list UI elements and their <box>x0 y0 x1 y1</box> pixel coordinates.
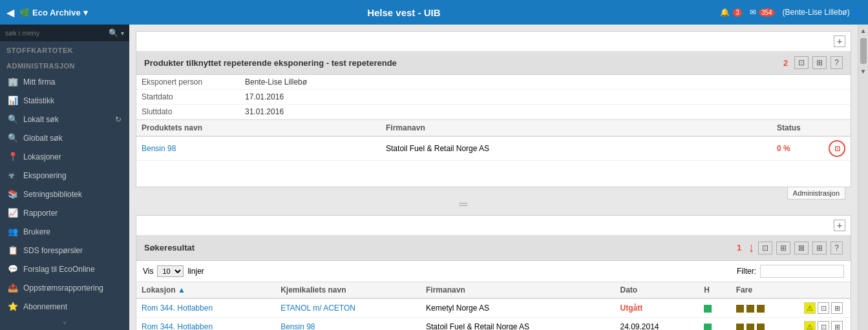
col-firmanavn[interactable]: Firmanavn <box>381 120 772 137</box>
chemical-link[interactable]: Bensin 98 <box>281 322 315 330</box>
col-lokasjon[interactable]: Lokasjon ▲ <box>136 282 275 299</box>
topbar-logo[interactable]: 🌿 Eco Archive ▾ <box>19 8 88 17</box>
sidebar-item-lokalt-sok[interactable]: 🔍 Lokalt søk ↻ <box>0 110 129 129</box>
messages[interactable]: ✉ 354 <box>750 8 775 17</box>
sidebar-item-label: Setningsbibliotek <box>23 190 82 199</box>
sidebar-search[interactable]: 🔍 ▾ <box>0 25 129 41</box>
panel2-action-window[interactable]: ⊡ <box>758 242 772 254</box>
sidebar-item-eksponering[interactable]: ☣ Eksponering <box>0 166 129 185</box>
col-dato[interactable]: Dato <box>615 282 699 299</box>
search-input[interactable] <box>5 29 106 37</box>
panel1-add-button[interactable]: + <box>834 36 845 47</box>
panel1-action-window[interactable]: ⊡ <box>794 56 809 69</box>
panel2-action-help[interactable]: ? <box>831 242 843 254</box>
sidebar-item-sds[interactable]: 📋 SDS forespørsler <box>0 241 129 260</box>
panel2-action-export2[interactable]: ⊞ <box>812 242 827 254</box>
sidebar-item-mitt-firma[interactable]: 🏢 Mitt firma <box>0 72 129 91</box>
row-actions: ⚠ ⊡ ⊞ <box>799 298 851 318</box>
col-fare[interactable]: Fare <box>731 282 799 299</box>
panel1-empty-space <box>136 161 851 187</box>
collapse-icon[interactable]: ◀ <box>6 6 14 19</box>
location-cell[interactable]: Rom 344. Hotlabben <box>136 318 275 331</box>
search-global-icon: 🔍 <box>8 133 18 143</box>
admin-circle-button[interactable]: ⊡ <box>829 140 845 157</box>
col-firmanavn2[interactable]: Firmanavn <box>421 282 615 299</box>
user-info[interactable]: (Bente-Lise Lillebø) 👤 <box>783 8 862 17</box>
panel2-top: + <box>136 216 851 235</box>
action-icons-row1: ⚠ ⊡ ⊞ <box>804 302 845 314</box>
sidebar-item-label: Abonnement <box>23 302 67 311</box>
info-value: 31.01.2016 <box>240 105 851 119</box>
box-icon-1[interactable]: ⊡ <box>818 321 829 330</box>
sidebar-scroll-down[interactable]: ▾ <box>0 316 129 330</box>
panel1-data-table: Produktets navn Firmanavn Status Bensin … <box>136 119 851 161</box>
box-icon-2[interactable]: ⊞ <box>831 321 843 330</box>
sidebar-item-oppstromsrapportering[interactable]: 📤 Oppstrømsrapportering <box>0 278 129 297</box>
location-link[interactable]: Rom 344. Hotlabben <box>142 304 213 313</box>
col-actions <box>799 282 851 299</box>
sidebar-item-abonnement[interactable]: ⭐ Abonnement <box>0 297 129 316</box>
chemical-cell[interactable]: Bensin 98 <box>275 318 421 331</box>
report-icon: 📈 <box>8 208 18 218</box>
location-link[interactable]: Rom 344. Hotlabben <box>142 322 213 330</box>
hazard-icon: ☣ <box>8 170 18 180</box>
panel1-header: Produkter tilknyttet repeterende ekspone… <box>136 51 851 75</box>
company-cell: Statoil Fuel & Retail Norge AS <box>421 318 615 331</box>
linjer-label: linjer <box>187 267 204 276</box>
user-icon: 👤 <box>852 8 862 17</box>
vis-select[interactable]: 10 25 50 <box>157 265 184 277</box>
col-h[interactable]: H <box>699 282 730 299</box>
warning-icon[interactable]: ⚠ <box>804 302 816 314</box>
col-produktets-navn[interactable]: Produktets navn <box>136 120 381 137</box>
refresh-icon[interactable]: ↻ <box>115 115 122 124</box>
panel-divider[interactable]: ═ <box>136 194 851 215</box>
company-cell: Kemetyl Norge AS <box>421 298 615 318</box>
col-kjemikaliets-navn[interactable]: Kjemikaliets navn <box>275 282 421 299</box>
sidebar-section-administrasjon: Administrasjon <box>0 57 129 72</box>
chemical-cell[interactable]: ETANOL m/ ACETON <box>275 298 421 318</box>
sidebar-item-setningsbibliotek[interactable]: 📚 Setningsbibliotek <box>0 185 129 203</box>
suggest-icon: 💬 <box>8 264 18 274</box>
sidebar-item-globalt-sok[interactable]: 🔍 Globalt søk <box>0 129 129 147</box>
sidebar-item-lokasjoner[interactable]: 📍 Lokasjoner <box>0 147 129 166</box>
location-cell[interactable]: Rom 344. Hotlabben <box>136 298 275 318</box>
panel1-info-table: Eksponert person Bente-Lise Lillebø Star… <box>136 75 851 119</box>
panel2-action-excel[interactable]: ⊠ <box>794 242 809 254</box>
scroll-up-button[interactable]: ▲ <box>859 26 868 36</box>
logo-dropdown-icon[interactable]: ▾ <box>83 8 88 17</box>
topbar-right: 🔔 3 ✉ 354 (Bente-Lise Lillebø) 👤 <box>720 8 862 17</box>
panel2-action-pdf[interactable]: ⊞ <box>776 242 790 254</box>
scroll-down-button[interactable]: ▼ <box>859 67 868 76</box>
h-cell <box>699 318 730 331</box>
panel1-action-help[interactable]: ? <box>831 56 843 69</box>
product-link[interactable]: Bensin 98 <box>142 144 176 153</box>
filter-input[interactable] <box>760 265 844 278</box>
sidebar-item-rapporter[interactable]: 📈 Rapporter <box>0 203 129 222</box>
warning-icon[interactable]: ⚠ <box>804 321 816 330</box>
table-row: Startdato 17.01.2016 <box>136 90 851 105</box>
sidebar-item-label: Mitt firma <box>23 77 55 87</box>
scrollbar-thumb[interactable] <box>860 38 867 64</box>
col-status[interactable]: Status <box>772 120 823 137</box>
box-icon-2[interactable]: ⊞ <box>831 302 843 314</box>
info-label: Startdato <box>136 90 240 105</box>
fare-cell <box>731 318 799 331</box>
scrollbar: ▲ ▼ <box>858 25 868 330</box>
panel1-action-export[interactable]: ⊞ <box>812 56 827 69</box>
sidebar-item-statistikk[interactable]: 📊 Statistikk <box>0 91 129 110</box>
logo-leaf-icon: 🌿 <box>19 8 30 17</box>
table-row: Eksponert person Bente-Lise Lillebø <box>136 75 851 90</box>
topbar: ◀ 🌿 Eco Archive ▾ Helse vest - UIB 🔔 3 ✉… <box>0 0 868 25</box>
step2-label: 2 <box>783 58 788 68</box>
box-icon-1[interactable]: ⊡ <box>818 302 829 314</box>
bell-notification[interactable]: 🔔 3 <box>720 8 742 17</box>
chemical-link[interactable]: ETANOL m/ ACETON <box>281 304 355 313</box>
arrow-down-icon: ↓ <box>748 240 754 255</box>
sidebar-item-forslag[interactable]: 💬 Forslag til EcoOnline <box>0 260 129 278</box>
panel2-add-button[interactable]: + <box>834 220 845 231</box>
search-dropdown-icon[interactable]: ▾ <box>121 30 124 37</box>
status-value: 0 % <box>772 136 823 161</box>
product-name[interactable]: Bensin 98 <box>136 136 381 161</box>
house-icon: 🏢 <box>8 77 18 87</box>
sidebar-item-brukere[interactable]: 👥 Brukere <box>0 222 129 241</box>
